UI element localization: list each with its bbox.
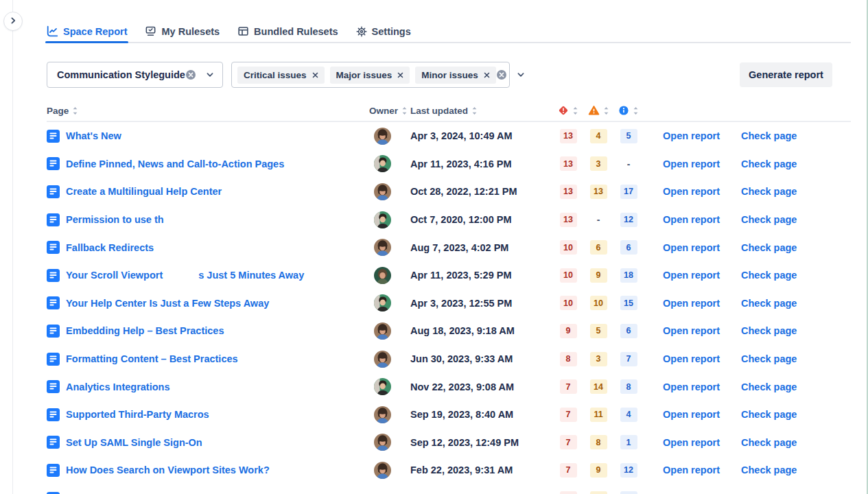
page-title-link[interactable]: What's New <box>66 130 121 141</box>
major-count-badge: 3 <box>590 352 607 366</box>
owner-cell <box>369 294 410 311</box>
tab-space-report[interactable]: Space Report <box>47 21 127 42</box>
minor-count-badge: 4 <box>620 408 637 422</box>
open-report-link[interactable]: Open report <box>663 242 720 253</box>
check-page-link[interactable]: Check page <box>741 325 797 336</box>
minor-count-badge: 5 <box>620 129 637 143</box>
page-title-link[interactable]: Formatting Content – Best Practices <box>66 353 238 364</box>
major-count-badge: 9 <box>590 463 607 478</box>
check-page-link[interactable]: Check page <box>741 214 797 225</box>
check-page-link[interactable]: Check page <box>741 158 797 169</box>
page-title-link[interactable]: Embedding Help – Best Practices <box>66 325 224 336</box>
tab-my-rulesets[interactable]: My Rulesets <box>145 21 220 42</box>
clear-icon[interactable] <box>496 69 507 80</box>
open-report-link[interactable]: Open report <box>663 353 720 364</box>
column-header-page[interactable]: Page <box>47 106 369 116</box>
generate-report-button[interactable]: Generate report <box>740 62 832 87</box>
table-row: Supported Third-Party MacrosSep 19, 2023… <box>47 401 832 429</box>
filter-chip-minor-issues[interactable]: Minor issues <box>415 67 496 84</box>
page-icon <box>47 157 60 170</box>
chart-icon <box>47 25 58 37</box>
clear-icon[interactable] <box>185 69 196 80</box>
minor-count-cell: 12 <box>613 463 644 478</box>
check-page-cell: Check page <box>741 297 832 309</box>
page-icon <box>47 213 60 226</box>
chevron-down-icon[interactable] <box>205 70 215 80</box>
critical-count-badge: 7 <box>560 408 577 422</box>
chip-label: Critical issues <box>244 70 307 80</box>
column-header-major[interactable] <box>583 105 613 116</box>
open-report-link[interactable]: Open report <box>663 158 720 169</box>
filter-chip-major-issues[interactable]: Major issues <box>330 67 410 84</box>
last-updated: Jun 30, 2023, 9:33 AM <box>410 353 553 364</box>
page-title-link[interactable]: Define Pinned, News and Call-to-Action P… <box>66 158 284 169</box>
open-report-link[interactable]: Open report <box>663 437 720 448</box>
column-header-critical[interactable] <box>553 105 583 116</box>
open-report-link[interactable]: Open report <box>663 325 720 336</box>
page-cell: Formatting Content – Best Practices <box>47 353 369 366</box>
chip-close-icon[interactable] <box>484 72 490 78</box>
check-page-link[interactable]: Check page <box>741 186 797 197</box>
space-select[interactable]: Communication Styleguide <box>47 62 223 88</box>
open-report-link[interactable]: Open report <box>663 270 720 281</box>
check-page-link[interactable]: Check page <box>741 242 797 253</box>
critical-count-badge: 10 <box>560 268 577 283</box>
open-report-cell: Open report <box>663 325 741 337</box>
open-report-link[interactable]: Open report <box>663 186 720 197</box>
open-report-cell: Open report <box>663 242 741 254</box>
page-title-link[interactable]: Your Help Center Is Just a Few Steps Awa… <box>66 298 269 309</box>
check-page-link[interactable]: Check page <box>741 437 797 448</box>
owner-avatar <box>374 378 391 395</box>
page-cell: What's New <box>47 130 369 143</box>
check-page-link[interactable]: Check page <box>741 409 797 420</box>
owner-avatar <box>374 322 391 340</box>
open-report-link[interactable]: Open report <box>663 381 720 392</box>
open-report-link[interactable]: Open report <box>663 298 720 309</box>
page-title-link[interactable]: Analytics Integrations <box>66 381 169 392</box>
check-page-link[interactable]: Check page <box>741 464 797 475</box>
page-title-link[interactable]: Permission to use th <box>66 214 164 225</box>
check-page-link[interactable]: Check page <box>741 130 797 141</box>
critical-count-badge: 13 <box>560 213 577 227</box>
critical-count-badge: 7 <box>560 435 577 449</box>
panel-expand-button[interactable] <box>3 12 23 31</box>
open-report-link[interactable]: Open report <box>663 464 720 475</box>
no-count-dash: - <box>627 158 631 169</box>
open-report-link[interactable]: Open report <box>663 130 720 141</box>
open-report-cell: Open report <box>663 130 741 142</box>
check-page-link[interactable]: Check page <box>741 270 797 281</box>
chevron-down-icon[interactable] <box>516 70 526 80</box>
open-report-link[interactable]: Open report <box>663 214 720 225</box>
check-page-cell: Check page <box>741 464 832 476</box>
minor-count-cell: 15 <box>613 296 644 310</box>
open-report-link[interactable]: Open report <box>663 409 720 420</box>
column-label-last-updated: Last updated <box>410 106 468 116</box>
chip-close-icon[interactable] <box>397 72 403 78</box>
page-title-link[interactable]: Your Scroll Viewport <box>66 270 163 281</box>
check-page-link[interactable]: Check page <box>741 353 797 364</box>
page-title-link[interactable]: Create a Multilingual Help Center <box>66 186 222 197</box>
column-header-minor[interactable] <box>613 105 644 116</box>
page-cell: Permission to use th <box>47 213 369 226</box>
page-title-link-suffix[interactable]: s Just 5 Minutes Away <box>198 270 304 281</box>
critical-count-badge: 10 <box>560 296 577 310</box>
page-title-link[interactable]: Set Up SAML Single Sign-On <box>66 437 202 448</box>
page-title-link[interactable]: Fallback Redirects <box>66 242 154 253</box>
tab-bundled-rulesets[interactable]: Bundled Rulesets <box>237 21 338 42</box>
column-header-last-updated[interactable]: Last updated <box>410 106 553 116</box>
issues-select[interactable]: Critical issuesMajor issuesMinor issues <box>231 62 510 88</box>
chip-close-icon[interactable] <box>312 72 318 78</box>
major-count-cell: 11 <box>583 408 613 422</box>
check-page-link[interactable]: Check page <box>741 298 797 309</box>
filter-chip-critical-issues[interactable]: Critical issues <box>237 67 325 84</box>
critical-count-cell: 7 <box>553 463 583 478</box>
check-page-cell: Check page <box>741 353 832 365</box>
page-title-link[interactable]: Supported Third-Party Macros <box>66 409 209 420</box>
tab-settings[interactable]: Settings <box>356 21 411 42</box>
page-title-link[interactable]: How Does Search on Viewport Sites Work? <box>66 464 270 475</box>
column-header-owner[interactable]: Owner <box>369 106 410 116</box>
critical-count-cell: 8 <box>553 352 583 366</box>
minor-count-cell: 8 <box>613 379 644 394</box>
check-page-link[interactable]: Check page <box>741 381 797 392</box>
table-row: Embedding Help – Best PracticesAug 18, 2… <box>47 317 832 345</box>
